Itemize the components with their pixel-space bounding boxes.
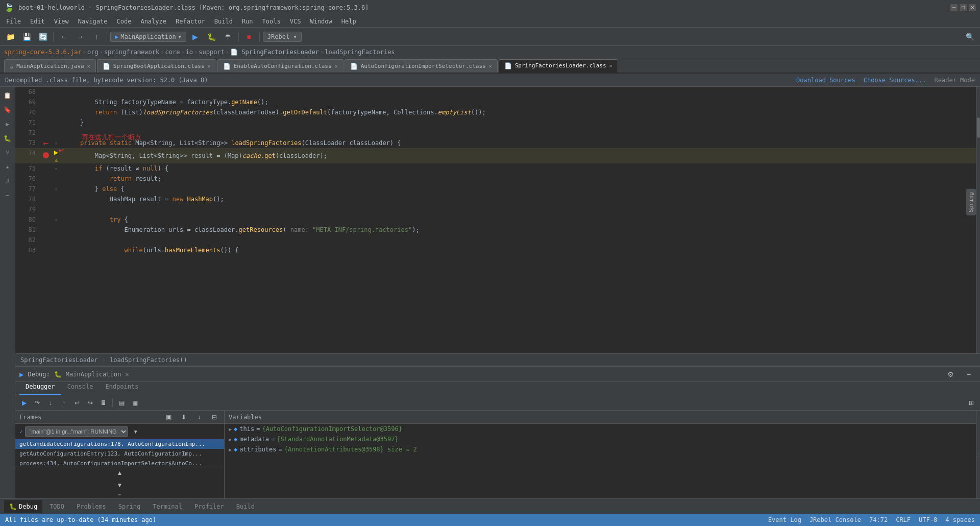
bottom-tab-terminal[interactable]: Terminal <box>148 500 187 513</box>
run-config-dropdown[interactable]: ▶ MainApplication ▾ <box>110 32 186 42</box>
thread-filter-btn[interactable]: ▼ <box>130 426 141 437</box>
fold-80[interactable]: ▿ <box>55 217 58 223</box>
save-btn[interactable]: 💾 <box>19 30 34 44</box>
sync-btn[interactable]: 🔄 <box>36 30 50 44</box>
bottom-tab-todo[interactable]: TODO <box>44 500 69 513</box>
open-btn[interactable]: 📁 <box>3 30 17 44</box>
right-panel-tab[interactable]: Spring <box>966 189 976 216</box>
choose-sources-link[interactable]: Choose Sources... <box>864 77 926 84</box>
debug-step-into-btn[interactable]: ↓ <box>45 397 56 409</box>
tab-close-4[interactable]: ✕ <box>609 63 612 68</box>
stop-btn[interactable]: ■ <box>242 30 256 44</box>
debug-tab-console[interactable]: Console <box>61 379 100 395</box>
frames-filter-btn[interactable]: ▣ <box>163 412 174 423</box>
tab-close-3[interactable]: ✕ <box>489 63 492 69</box>
sidebar-icon-bookmark[interactable]: 🔖 <box>1 103 14 116</box>
debug-settings-btn[interactable]: ⚙ <box>943 367 958 381</box>
menu-help[interactable]: Help <box>337 17 360 26</box>
run-btn[interactable]: ▶ <box>188 30 203 44</box>
menu-file[interactable]: File <box>2 17 25 26</box>
menu-edit[interactable]: Edit <box>26 17 49 26</box>
debug-tab-debugger[interactable]: Debugger <box>19 379 61 395</box>
breadcrumb-support[interactable]: support <box>199 49 225 56</box>
forward-btn[interactable]: → <box>73 30 87 44</box>
menu-refactor[interactable]: Refactor <box>172 17 209 26</box>
back-btn[interactable]: ← <box>57 30 71 44</box>
breadcrumb-class[interactable]: 📄 SpringFactoriesLoader <box>230 49 319 56</box>
var-expand-attributes[interactable]: ▶ <box>229 447 232 452</box>
frames-down-btn[interactable]: ↓ <box>193 412 205 423</box>
frame-item-0[interactable]: getCandidateConfigurations:178, AutoConf… <box>15 439 224 449</box>
menu-code[interactable]: Code <box>113 17 136 26</box>
bottom-tab-profiler[interactable]: Profiler <box>189 500 229 513</box>
frames-copy-btn[interactable]: ⬇ <box>178 412 189 423</box>
tab-close-1[interactable]: ✕ <box>208 63 211 69</box>
debug-layout-btn[interactable]: ⊞ <box>966 397 977 409</box>
bottom-tab-spring[interactable]: Spring <box>113 500 145 513</box>
breadcrumb-jar[interactable]: spring-core-5.3.6.jar <box>4 49 82 56</box>
frames-filter-icon[interactable]: ⊟ <box>209 412 220 423</box>
var-metadata[interactable]: ▶ ◆ metadata = {StandardAnnotationMetada… <box>225 434 976 444</box>
frame-item-2[interactable]: process:434, AutoConfigurationImportSele… <box>15 459 224 466</box>
reader-mode-link[interactable]: Reader Mode <box>935 77 975 84</box>
debug-evaluate-btn[interactable]: 🖩 <box>98 397 109 409</box>
sidebar-icon-git[interactable]: ⑂ <box>1 146 14 159</box>
breadcrumb-method[interactable]: loadSpringFactories <box>325 49 395 56</box>
var-expand-metadata[interactable]: ▶ <box>229 437 232 442</box>
sidebar-icon-run[interactable]: ▶ <box>1 117 14 131</box>
breadcrumb-core[interactable]: core <box>165 49 180 56</box>
var-attributes[interactable]: ▶ ◆ attributes = {AnnotationAttributes@3… <box>225 444 976 455</box>
tab-spring-boot-application[interactable]: 📄 SpringBootApplication.class ✕ <box>97 59 216 73</box>
code-area[interactable]: 再在这儿打一个断点 ↙ 68 69 <box>15 87 980 353</box>
close-button[interactable]: ✕ <box>969 4 976 11</box>
menu-window[interactable]: Window <box>306 17 336 26</box>
menu-tools[interactable]: Tools <box>258 17 285 26</box>
vertical-scrollbar[interactable] <box>976 87 980 353</box>
sidebar-icon-structure[interactable]: 📋 <box>1 89 14 102</box>
sidebar-icon-jrebel[interactable]: J <box>1 175 14 188</box>
tab-close-2[interactable]: ✕ <box>335 63 338 69</box>
sidebar-icon-debug-panel[interactable]: 🐛 <box>1 132 14 145</box>
menu-run[interactable]: Run <box>238 17 257 26</box>
tab-auto-config-selector[interactable]: 📄 AutoConfigurationImportSelector.class … <box>345 59 498 73</box>
menu-build[interactable]: Build <box>210 17 237 26</box>
breadcrumb-org[interactable]: org <box>87 49 99 56</box>
tab-enable-auto-config[interactable]: 📄 EnableAutoConfiguration.class ✕ <box>217 59 344 73</box>
debug-run-to-cursor-btn[interactable]: ↪ <box>85 397 96 409</box>
debug-btn[interactable]: 🐛 <box>205 30 219 44</box>
debug-step-over-btn[interactable]: ↷ <box>32 397 43 409</box>
var-expand-this[interactable]: ▶ <box>229 426 232 432</box>
tab-spring-factories-loader[interactable]: 📄 SpringFactoriesLoader.class ✕ <box>499 59 618 73</box>
thread-selector[interactable]: "main"@1 in gr..."main": RUNNING <box>25 426 128 437</box>
menu-navigate[interactable]: Navigate <box>74 17 112 26</box>
menu-vcs[interactable]: VCS <box>286 17 305 26</box>
window-controls[interactable]: ─ □ ✕ <box>950 4 976 11</box>
frame-item-1[interactable]: getAutoConfigurationEntry:123, AutoConfi… <box>15 449 224 459</box>
var-this[interactable]: ▶ ◆ this = {AutoConfigurationImportSelec… <box>225 424 976 434</box>
fold-75[interactable]: ▿ <box>55 166 58 172</box>
menu-view[interactable]: View <box>50 17 73 26</box>
tab-main-application[interactable]: ☕ MainApplication.java ✕ <box>4 59 96 73</box>
fold-73[interactable]: ▿ <box>55 140 58 146</box>
tab-close-0[interactable]: ✕ <box>87 63 90 69</box>
debug-tab-endpoints[interactable]: Endpoints <box>99 379 144 395</box>
minimize-button[interactable]: ─ <box>950 4 958 11</box>
debug-filter-btn[interactable]: ▤ <box>116 397 127 409</box>
debug-drop-frame-btn[interactable]: ↩ <box>71 397 83 409</box>
frames-scroll-up[interactable]: ▲ <box>114 467 126 479</box>
menu-analyze[interactable]: Analyze <box>136 17 170 26</box>
breadcrumb-io[interactable]: io <box>186 49 193 56</box>
debug-filter-classes-btn[interactable]: ▦ <box>129 397 140 409</box>
bottom-tab-problems[interactable]: Problems <box>71 500 111 513</box>
sidebar-icon-more[interactable]: ⋯ <box>1 189 14 202</box>
sidebar-icon-star[interactable]: ★ <box>1 160 14 174</box>
search-everywhere-btn[interactable]: 🔍 <box>963 30 977 44</box>
jrebel-dropdown[interactable]: JRebel ▾ <box>263 32 302 42</box>
debug-close-session[interactable]: ✕ <box>125 371 129 378</box>
maximize-button[interactable]: □ <box>960 4 967 11</box>
debug-minimize-btn[interactable]: − <box>962 367 976 381</box>
debug-resume-btn[interactable]: ▶ <box>18 397 30 409</box>
fold-77[interactable]: ▿ <box>55 186 58 192</box>
download-sources-link[interactable]: Download Sources <box>796 77 855 84</box>
bottom-tab-debug[interactable]: 🐛 Debug <box>4 500 42 513</box>
